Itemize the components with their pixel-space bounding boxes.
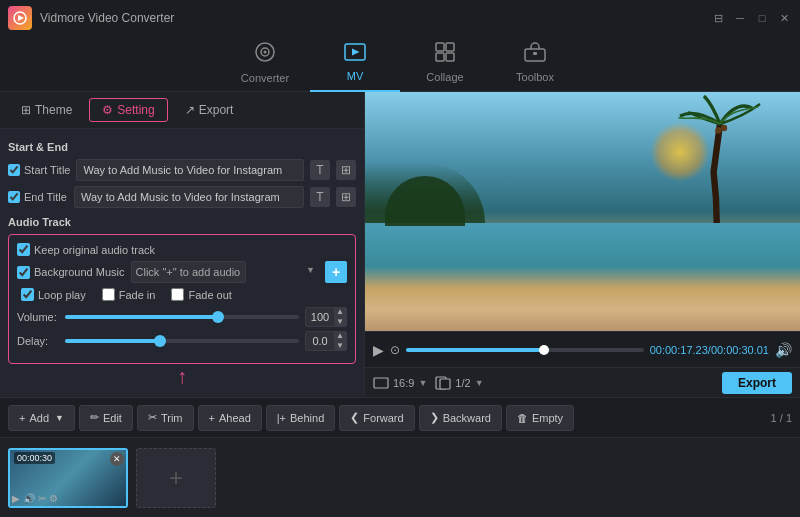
volume-up-btn[interactable]: ▲	[334, 307, 346, 317]
aspect-ratio-select[interactable]: 16:9 ▼	[373, 377, 427, 389]
tab-converter-label: Converter	[241, 72, 289, 84]
fade-out-checkbox[interactable]	[171, 288, 184, 301]
start-title-grid-btn[interactable]: ⊞	[336, 160, 356, 180]
end-title-checkbox-label[interactable]: End Title	[8, 191, 68, 203]
behind-label: Behind	[290, 412, 324, 424]
play-btn[interactable]: ▶	[373, 342, 384, 358]
add-button[interactable]: + Add ▼	[8, 405, 75, 431]
tab-toolbox[interactable]: Toolbox	[490, 36, 580, 92]
backward-button[interactable]: ❯ Backward	[419, 405, 502, 431]
add-dropdown-arrow[interactable]: ▼	[55, 413, 64, 423]
sub-tab-setting-label: Setting	[117, 103, 154, 117]
export-button[interactable]: Export	[722, 372, 792, 394]
volume-down-btn[interactable]: ▼	[334, 317, 346, 327]
end-title-grid-btn[interactable]: ⊞	[336, 187, 356, 207]
clip-settings-icon: ⚙	[49, 493, 58, 504]
page-select[interactable]: 1/2 ▼	[435, 376, 483, 390]
loop-play-checkbox[interactable]	[21, 288, 34, 301]
volume-spinners[interactable]: ▲ ▼	[334, 307, 346, 327]
end-title-font-btn[interactable]: T	[310, 187, 330, 207]
progress-fill	[406, 348, 541, 352]
volume-icon[interactable]: 🔊	[775, 342, 792, 358]
svg-rect-8	[436, 53, 444, 61]
bg-music-text: Background Music	[34, 266, 125, 278]
delay-spinners[interactable]: ▲ ▼	[334, 331, 346, 351]
empty-button[interactable]: 🗑 Empty	[506, 405, 574, 431]
svg-rect-9	[446, 53, 454, 61]
start-title-checkbox-label[interactable]: Start Title	[8, 164, 70, 176]
backward-icon: ❯	[430, 411, 439, 424]
window-controls: ⊟ ─ □ ✕	[710, 10, 792, 26]
forward-button[interactable]: ❮ Forward	[339, 405, 414, 431]
progress-thumb	[539, 345, 549, 355]
delay-up-btn[interactable]: ▲	[334, 331, 346, 341]
clip-close-btn[interactable]: ✕	[110, 452, 124, 466]
tab-mv[interactable]: MV	[310, 36, 400, 92]
keep-original-checkbox[interactable]	[17, 243, 30, 256]
delay-slider[interactable]	[65, 339, 299, 343]
bg-music-dropdown[interactable]: Click "+" to add audio	[131, 261, 246, 283]
audio-track-box: Keep original audio track Background Mus…	[8, 234, 356, 364]
app-logo	[8, 6, 32, 30]
start-title-text: Start Title	[24, 164, 70, 176]
behind-button[interactable]: |+ Behind	[266, 405, 336, 431]
svg-rect-7	[446, 43, 454, 51]
bg-music-label[interactable]: Background Music	[17, 266, 125, 279]
add-clip-button[interactable]: +	[136, 448, 216, 508]
tab-converter[interactable]: Converter	[220, 36, 310, 92]
end-title-row: End Title T ⊞	[8, 186, 356, 208]
sub-tab-setting[interactable]: ⚙ Setting	[89, 98, 167, 122]
clip-play-icon: ▶	[12, 493, 20, 504]
timeline-clip[interactable]: 00:00:30 ✕ ▶ 🔊 ✂ ⚙	[8, 448, 128, 508]
stop-btn[interactable]: ⊙	[390, 343, 400, 357]
maximize-btn[interactable]: □	[754, 10, 770, 26]
volume-slider[interactable]	[65, 315, 299, 319]
delay-down-btn[interactable]: ▼	[334, 341, 346, 351]
forward-label: Forward	[363, 412, 403, 424]
audio-track-label: Audio Track	[8, 216, 356, 228]
playback-options-row: Loop play Fade in Fade out	[17, 288, 347, 301]
setting-icon: ⚙	[102, 103, 113, 117]
keep-original-label[interactable]: Keep original audio track	[17, 243, 155, 256]
svg-point-13	[721, 125, 727, 131]
close-btn[interactable]: ✕	[776, 10, 792, 26]
loop-play-label[interactable]: Loop play	[21, 288, 86, 301]
ahead-button[interactable]: + Ahead	[198, 405, 262, 431]
tab-toolbox-label: Toolbox	[516, 71, 554, 83]
end-title-checkbox[interactable]	[8, 191, 20, 203]
page-value: 1/2	[455, 377, 470, 389]
sub-tab-export-label: Export	[199, 103, 234, 117]
app-title: Vidmore Video Converter	[40, 11, 174, 25]
add-label: Add	[29, 412, 49, 424]
up-arrow-icon: ↑	[177, 365, 187, 388]
bg-music-checkbox[interactable]	[17, 266, 30, 279]
sub-tab-theme[interactable]: ⊞ Theme	[8, 98, 85, 122]
trim-button[interactable]: ✂ Trim	[137, 405, 194, 431]
collage-icon	[435, 42, 455, 67]
add-audio-btn[interactable]: +	[325, 261, 347, 283]
time-current: 00:00:17.23	[650, 344, 708, 356]
delay-value: 0.0	[306, 335, 334, 347]
progress-bar[interactable]	[406, 348, 644, 352]
tile-btn[interactable]: ⊟	[710, 10, 726, 26]
tab-collage[interactable]: Collage	[400, 36, 490, 92]
minimize-btn[interactable]: ─	[732, 10, 748, 26]
video-preview	[365, 92, 800, 331]
toolbox-icon	[524, 42, 546, 67]
start-title-input[interactable]	[76, 159, 304, 181]
video-controls: ▶ ⊙ 00:00:17.23/00:00:30.01 🔊	[365, 331, 800, 367]
fade-in-label[interactable]: Fade in	[102, 288, 156, 301]
fade-in-checkbox[interactable]	[102, 288, 115, 301]
ratio-dropdown-arrow: ▼	[418, 378, 427, 388]
start-title-checkbox[interactable]	[8, 164, 20, 176]
edit-button[interactable]: ✏ Edit	[79, 405, 133, 431]
svg-point-4	[264, 51, 267, 54]
end-title-input[interactable]	[74, 186, 304, 208]
time-display: 00:00:17.23/00:00:30.01	[650, 344, 769, 356]
arrow-indicator: ↑	[8, 364, 356, 388]
fade-out-label[interactable]: Fade out	[171, 288, 231, 301]
bottom-toolbar: + Add ▼ ✏ Edit ✂ Trim + Ahead |+ Behind …	[0, 397, 800, 437]
svg-rect-16	[440, 379, 450, 389]
sub-tab-export[interactable]: ↗ Export	[172, 98, 247, 122]
start-title-font-btn[interactable]: T	[310, 160, 330, 180]
